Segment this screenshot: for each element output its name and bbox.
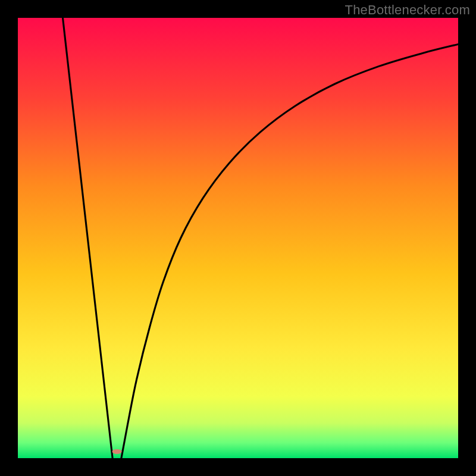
bottleneck-plot: [18, 18, 458, 458]
notch-marker: [112, 449, 122, 454]
gradient-background: [18, 18, 458, 458]
chart-frame: TheBottlenecker.com: [0, 0, 476, 476]
watermark-text: TheBottlenecker.com: [345, 2, 470, 18]
